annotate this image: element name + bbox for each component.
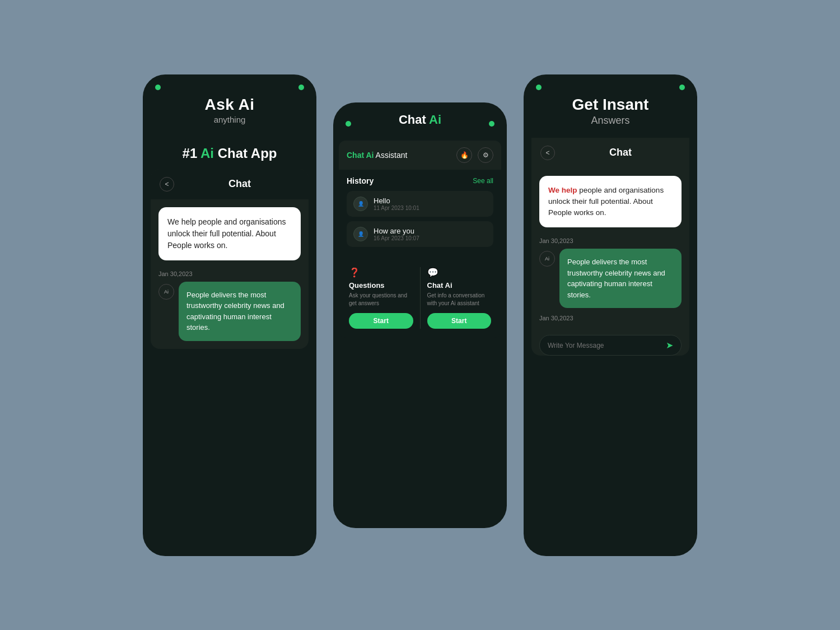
back-button-right[interactable]: < [540, 146, 555, 160]
phone-center-header: Chat Ai [388, 113, 452, 135]
history-title-1: How are you [374, 227, 419, 235]
tagline-ai: Ai [200, 146, 214, 161]
questions-start-btn[interactable]: Start [349, 313, 413, 329]
phones-container: Ask Ai anything #1 Ai Chat App < Chat We… [0, 0, 840, 630]
chat-card-left-header: < Chat [151, 169, 309, 199]
history-section: History See all 👤 Hello 11 Apr 2023 10:0… [339, 170, 501, 258]
phone-right: Get Insant Answers < Chat We help people… [524, 74, 697, 556]
bottom-divider [420, 267, 421, 329]
history-date-0: 11 Apr 2023 10:01 [374, 205, 419, 211]
right-date: Jan 30,2023 [531, 235, 689, 246]
history-title: History [347, 176, 374, 185]
bottom-cards: ❓ Questions Ask your questions and get a… [339, 258, 501, 338]
asst-chat: Chat [347, 151, 366, 160]
message-input-row[interactable]: ➤ [539, 335, 682, 356]
ai-avatar-left: Ai [158, 284, 174, 300]
settings-icon[interactable]: ⚙ [478, 147, 493, 163]
chat-ai-start-btn[interactable]: Start [427, 313, 492, 329]
center-title-ai: Ai [429, 113, 441, 127]
phone-left-subtitle: anything [154, 115, 305, 124]
see-all-link[interactable]: See all [473, 177, 493, 185]
ai-avatar-right: Ai [539, 251, 555, 267]
right-chat-card: < Chat We help people and organisations … [531, 138, 689, 356]
chat-ai-icon: 💬 [427, 267, 492, 278]
asst-ai: Ai [366, 151, 374, 160]
history-text-0: Hello 11 Apr 2023 10:01 [374, 197, 419, 211]
back-button-left[interactable]: < [160, 177, 174, 192]
dot-left [155, 85, 161, 90]
assistant-icons: 🔥 ⚙ [456, 147, 493, 163]
tagline-suffix: Chat App [214, 146, 277, 161]
chat-card-left: < Chat We help people and organisations … [151, 169, 309, 349]
phone-left-topbar [143, 74, 316, 96]
date-label-left: Jan 30,2023 [151, 268, 309, 279]
assistant-label: Chat Ai Assistant [347, 151, 407, 160]
phone-center-topbar: Chat Ai [333, 102, 507, 141]
phone-right-title: Get Insant [535, 96, 686, 114]
phone-right-subtitle: Answers [535, 115, 686, 127]
ai-bubble-row-left: Ai People delivers the most trustworthy … [151, 279, 309, 349]
right-chat-body: We help people and organisations unlock … [531, 176, 689, 330]
right-white-bubble: We help people and organisations unlock … [539, 176, 682, 228]
green-bubble-left: People delivers the most trustworthy cel… [179, 282, 301, 341]
history-item-1[interactable]: 👤 How are you 16 Apr 2023 10:07 [347, 221, 493, 247]
assistant-bar: Chat Ai Assistant 🔥 ⚙ [339, 141, 501, 170]
history-header: History See all [347, 176, 493, 185]
phone-left-title: Ask Ai [154, 96, 305, 114]
dot-center-left [346, 121, 351, 127]
dot-right-right [679, 85, 685, 90]
right-ai-row: Ai People delivers the most trustworthy … [531, 246, 689, 312]
history-avatar-0: 👤 [353, 197, 368, 211]
questions-title: Questions [349, 281, 413, 290]
asst-suffix: Assistant [374, 151, 407, 160]
right-chat-card-header: < Chat [531, 138, 689, 168]
chat-ai-desc: Get info a conversation with your Ai ass… [427, 292, 492, 307]
phone-right-topbar [524, 74, 697, 96]
phone-right-header: Get Insant Answers [524, 96, 697, 138]
chat-ai-title: Chat Ai [427, 281, 492, 290]
phone-center: Chat Ai Chat Ai Assistant 🔥 ⚙ History Se… [333, 102, 507, 528]
history-title-0: Hello [374, 197, 419, 205]
history-avatar-1: 👤 [353, 227, 368, 241]
bottom-card-questions: ❓ Questions Ask your questions and get a… [344, 267, 418, 329]
dot-right [298, 85, 304, 90]
chat-title-right: Chat [561, 147, 680, 158]
history-item-0[interactable]: 👤 Hello 11 Apr 2023 10:01 [347, 191, 493, 217]
phone-center-title: Chat Ai [399, 113, 441, 127]
chat-title-left: Chat [180, 178, 300, 190]
phone-left-tagline: #1 Ai Chat App [143, 136, 316, 169]
phone-left: Ask Ai anything #1 Ai Chat App < Chat We… [143, 74, 316, 556]
dot-center-right [489, 121, 494, 127]
questions-icon: ❓ [349, 267, 413, 278]
dot-right-left [536, 85, 542, 90]
send-button[interactable]: ➤ [666, 340, 673, 351]
questions-desc: Ask your questions and get answers [349, 292, 413, 307]
center-title-chat: Chat [399, 113, 429, 127]
history-text-1: How are you 16 Apr 2023 10:07 [374, 227, 419, 241]
phone-left-header: Ask Ai anything [143, 96, 316, 136]
flame-icon[interactable]: 🔥 [456, 147, 472, 163]
tagline-prefix: #1 [183, 146, 200, 161]
we-help-text: We help [548, 186, 577, 194]
right-green-bubble: People delivers the most trustworthy cel… [559, 249, 682, 308]
message-input[interactable] [548, 342, 666, 349]
history-date-1: 16 Apr 2023 10:07 [374, 235, 419, 241]
bottom-card-chat-ai: 💬 Chat Ai Get info a conversation with y… [423, 267, 496, 329]
white-bubble-left: We help people and organisations unlock … [158, 207, 301, 260]
right-date2: Jan 30,2023 [531, 312, 689, 329]
